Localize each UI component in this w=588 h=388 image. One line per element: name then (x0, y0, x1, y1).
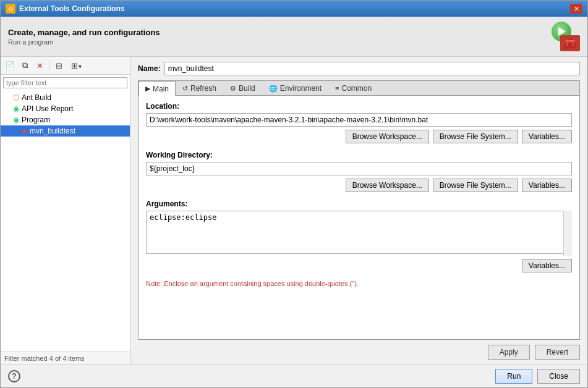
toolbar-separator-1 (49, 60, 49, 71)
tab-bar: ▶ Main ↺ Refresh ⚙ Build 🌐 Environment (138, 81, 579, 96)
help-button[interactable]: ? (8, 370, 20, 382)
tree-item-ant-build[interactable]: ⬡ Ant Build (1, 92, 130, 103)
title-bar: ⚙ External Tools Configurations ✕ (1, 1, 587, 17)
note-text: Note: Enclose an argument containing spa… (146, 280, 572, 287)
location-input[interactable] (146, 113, 572, 127)
filter-status: Filter matched 4 of 4 items (4, 355, 85, 362)
filter-dropdown-button[interactable]: ⊞ (67, 59, 85, 72)
revert-button[interactable]: Revert (535, 345, 580, 360)
mvn-icon: ◈ (22, 127, 27, 135)
apply-button[interactable]: Apply (488, 345, 530, 360)
arguments-btn-row: Variables... (146, 259, 572, 272)
sidebar-toolbar: 📄 ⧉ ✕ ⊟ ⊞ (1, 57, 130, 75)
window-icon: ⚙ (6, 4, 15, 14)
close-button[interactable]: Close (537, 369, 580, 384)
name-label: Name: (138, 64, 161, 73)
tree-item-program[interactable]: ◉ Program (1, 114, 130, 125)
new-config-button[interactable]: 📄 (3, 59, 17, 72)
workdir-variables-button[interactable]: Variables... (522, 179, 572, 192)
tab-main[interactable]: ▶ Main (138, 81, 176, 96)
location-browse-workspace-button[interactable]: Browse Workspace... (346, 130, 429, 143)
common-tab-icon: ≡ (335, 85, 339, 92)
location-browse-filesystem-button[interactable]: Browse File System... (433, 130, 518, 143)
working-dir-label: Working Directory: (146, 151, 572, 159)
tab-common-label: Common (342, 84, 372, 93)
tab-environment-label: Environment (280, 84, 322, 93)
working-dir-input[interactable] (146, 162, 572, 175)
tab-refresh-label: Refresh (190, 84, 216, 93)
title-bar-left: ⚙ External Tools Configurations (6, 4, 124, 14)
env-tab-icon: 🌐 (269, 85, 278, 93)
workdir-browse-filesystem-button[interactable]: Browse File System... (433, 179, 518, 192)
tree-item-api-use-report[interactable]: ◉ API Use Report (1, 103, 130, 114)
collapse-all-button[interactable]: ⊟ (52, 59, 66, 72)
location-section: Location: Browse Workspace... Browse Fil… (146, 102, 572, 143)
run-triangle-icon (558, 27, 566, 36)
location-variables-button[interactable]: Variables... (522, 130, 572, 143)
duplicate-config-button[interactable]: ⧉ (18, 59, 32, 72)
tab-build-label: Build (239, 84, 255, 93)
bottom-buttons: Apply Revert (138, 345, 580, 360)
config-name-input[interactable] (164, 62, 580, 75)
dialog-footer: ? Run Close (1, 365, 587, 387)
arguments-variables-button[interactable]: Variables... (522, 259, 572, 272)
tab-refresh[interactable]: ↺ Refresh (176, 81, 223, 95)
api-icon: ◉ (13, 104, 19, 113)
header-left: Create, manage, and run configurations R… (8, 28, 160, 46)
tree-area: ⬡ Ant Build ◉ API Use Report ◉ Program ◈… (1, 91, 130, 352)
tab-environment[interactable]: 🌐 Environment (262, 81, 328, 95)
arguments-textarea[interactable] (146, 211, 572, 254)
help-icon-label: ? (12, 372, 16, 381)
program-icon: ◉ (13, 116, 19, 124)
external-tools-dialog: ⚙ External Tools Configurations ✕ Create… (0, 0, 588, 388)
name-row: Name: (138, 62, 580, 75)
arguments-section: Arguments: Variables... (146, 200, 572, 272)
workdir-browse-workspace-button[interactable]: Browse Workspace... (346, 179, 429, 192)
run-button[interactable]: Run (495, 369, 532, 384)
window-title: External Tools Configurations (19, 4, 124, 13)
main-tab-content: Location: Browse Workspace... Browse Fil… (138, 96, 579, 339)
ant-build-label: Ant Build (22, 93, 51, 102)
tab-main-label: Main (153, 85, 169, 93)
sidebar-footer: Filter matched 4 of 4 items (1, 352, 130, 365)
tab-build[interactable]: ⚙ Build (223, 81, 262, 95)
config-panel: Name: ▶ Main ↺ Refresh ⚙ Build (130, 57, 587, 365)
tabs-container: ▶ Main ↺ Refresh ⚙ Build 🌐 Environment (138, 80, 580, 340)
tree-item-mvn-buildtest[interactable]: ◈ mvn_buildtest (1, 125, 130, 137)
arguments-wrapper (146, 211, 572, 256)
header-subtitle: Run a program (8, 38, 160, 46)
ant-icon: ⬡ (13, 93, 19, 102)
header-icon-area: 🧰 (550, 22, 580, 51)
sidebar: 📄 ⧉ ✕ ⊟ ⊞ ⬡ Ant Build ◉ API Use Report (1, 57, 130, 365)
build-tab-icon: ⚙ (230, 85, 236, 93)
working-dir-btn-row: Browse Workspace... Browse File System..… (146, 179, 572, 192)
delete-config-button[interactable]: ✕ (33, 59, 46, 72)
main-content: 📄 ⧉ ✕ ⊟ ⊞ ⬡ Ant Build ◉ API Use Report (1, 57, 587, 365)
header-title: Create, manage, and run configurations (8, 28, 160, 37)
arguments-label: Arguments: (146, 200, 572, 208)
refresh-tab-icon: ↺ (182, 85, 188, 93)
main-tab-icon: ▶ (145, 85, 150, 93)
toolbox-icon: 🧰 (560, 35, 580, 51)
api-use-report-label: API Use Report (22, 104, 73, 113)
tab-common[interactable]: ≡ Common (328, 81, 378, 95)
mvn-buildtest-label: mvn_buildtest (30, 127, 75, 135)
header-area: Create, manage, and run configurations R… (1, 17, 587, 57)
filter-input[interactable] (3, 77, 127, 88)
textarea-scrollbar (563, 211, 572, 256)
location-label: Location: (146, 102, 572, 111)
program-label: Program (22, 116, 50, 124)
working-dir-section: Working Directory: Browse Workspace... B… (146, 151, 572, 192)
window-close-button[interactable]: ✕ (570, 4, 582, 14)
footer-right: Run Close (495, 369, 580, 384)
location-btn-row: Browse Workspace... Browse File System..… (146, 130, 572, 143)
